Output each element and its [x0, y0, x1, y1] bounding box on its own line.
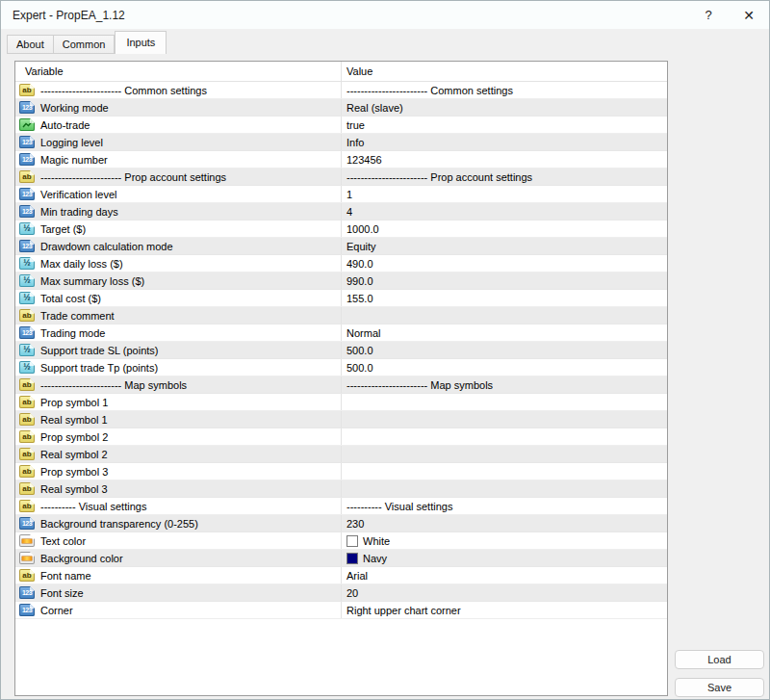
variable-cell: 123 Logging level: [15, 134, 342, 150]
value-cell[interactable]: 4: [342, 203, 667, 220]
table-row[interactable]: 123 Font size 20: [15, 584, 667, 602]
table-row[interactable]: ab Prop symbol 3: [15, 463, 667, 480]
value-cell[interactable]: [342, 307, 667, 324]
variable-name: Target ($): [40, 223, 86, 235]
string-parameter-icon: ab: [19, 413, 35, 426]
variable-name: Magic number: [40, 154, 108, 166]
table-row[interactable]: 123 Working mode Real (slave): [15, 99, 667, 117]
value-cell[interactable]: [342, 446, 667, 462]
variable-name: Corner: [40, 605, 73, 616]
value-cell[interactable]: 1: [342, 186, 667, 202]
string-parameter-icon: ab: [19, 396, 35, 408]
table-row[interactable]: Auto-trade true: [15, 117, 667, 134]
value-cell[interactable]: 500.0: [342, 359, 667, 376]
table-row[interactable]: ab Prop symbol 2: [15, 428, 667, 446]
variable-name: Support trade Tp (points): [40, 362, 158, 374]
string-parameter-icon: ab: [19, 84, 35, 96]
close-button[interactable]: ✕: [729, 1, 769, 29]
integer-parameter-icon: 123: [19, 326, 35, 339]
value-cell[interactable]: [342, 480, 667, 497]
table-row[interactable]: Background color Navy: [15, 550, 667, 567]
value-cell[interactable]: ---------- Visual settings: [342, 498, 667, 514]
double-parameter-icon: ½: [19, 274, 35, 287]
table-row[interactable]: ab ---------- Visual settings ----------…: [15, 498, 667, 515]
table-row[interactable]: ab Real symbol 2: [15, 446, 667, 463]
table-row[interactable]: ab ----------------------- Map symbols -…: [15, 376, 667, 394]
table-row[interactable]: ab Prop symbol 1: [15, 394, 667, 411]
value-cell[interactable]: ----------------------- Common settings: [342, 82, 667, 98]
table-row[interactable]: ½ Max summary loss ($) 990.0: [15, 272, 667, 290]
title-bar: Expert - PropEA_1.12 ? ✕: [1, 1, 769, 29]
variable-name: Font name: [40, 570, 91, 582]
value-cell[interactable]: 500.0: [342, 342, 667, 358]
value-cell[interactable]: Info: [342, 134, 667, 150]
integer-parameter-icon: 123: [19, 604, 35, 616]
value-text: 990.0: [346, 275, 373, 287]
value-cell[interactable]: Right upper chart corner: [342, 602, 667, 618]
table-row[interactable]: 123 Magic number 123456: [15, 151, 667, 169]
value-cell[interactable]: Equity: [342, 238, 667, 254]
table-row[interactable]: 123 Verification level 1: [15, 186, 667, 203]
tab-common[interactable]: Common: [54, 35, 116, 54]
tab-label: Common: [63, 39, 106, 50]
table-row[interactable]: ab ----------------------- Prop account …: [15, 169, 667, 186]
variable-name: Min trading days: [40, 206, 118, 218]
table-row[interactable]: 123 Drawdown calculation mode Equity: [15, 238, 667, 255]
table-row[interactable]: Text color White: [15, 532, 667, 550]
table-row[interactable]: 123 Background transparency (0-255) 230: [15, 515, 667, 532]
value-cell[interactable]: Normal: [342, 324, 667, 341]
table-row[interactable]: ab Real symbol 1: [15, 411, 667, 428]
value-cell[interactable]: Arial: [342, 567, 667, 583]
double-parameter-icon: ½: [19, 257, 35, 270]
table-row[interactable]: 123 Trading mode Normal: [15, 324, 667, 342]
value-cell[interactable]: 1000.0: [342, 220, 667, 237]
value-text: ----------------------- Map symbols: [346, 379, 493, 391]
table-row[interactable]: 123 Corner Right upper chart corner: [15, 602, 667, 619]
load-button[interactable]: Load: [675, 650, 764, 669]
value-cell[interactable]: [342, 463, 667, 480]
help-button[interactable]: ?: [688, 1, 729, 29]
value-cell[interactable]: true: [342, 117, 667, 133]
table-row[interactable]: ½ Support trade SL (points) 500.0: [15, 342, 667, 359]
save-button[interactable]: Save: [675, 678, 764, 697]
value-cell[interactable]: Real (slave): [342, 99, 667, 116]
variable-name: ---------- Visual settings: [40, 501, 146, 512]
table-row[interactable]: ½ Max daily loss ($) 490.0: [15, 255, 667, 272]
value-cell[interactable]: [342, 411, 667, 428]
table-row[interactable]: ab ----------------------- Common settin…: [15, 82, 667, 99]
value-cell[interactable]: 123456: [342, 151, 667, 168]
table-row[interactable]: ab Trade comment: [15, 307, 667, 324]
value-cell[interactable]: ----------------------- Prop account set…: [342, 169, 667, 185]
tab-inputs[interactable]: Inputs: [115, 31, 167, 54]
value-cell[interactable]: 20: [342, 584, 667, 601]
value-text: Info: [346, 137, 364, 148]
value-cell[interactable]: Navy: [342, 550, 667, 566]
tab-about[interactable]: About: [7, 35, 54, 54]
value-cell[interactable]: 230: [342, 515, 667, 531]
string-parameter-icon: ab: [19, 465, 35, 478]
table-row[interactable]: ab Real symbol 3: [15, 480, 667, 498]
variable-cell: ½ Target ($): [15, 220, 342, 237]
value-cell[interactable]: [342, 394, 667, 410]
table-row[interactable]: ab Font name Arial: [15, 567, 667, 584]
double-parameter-icon: ½: [19, 222, 35, 235]
table-row[interactable]: ½ Support trade Tp (points) 500.0: [15, 359, 667, 376]
tab-label: Inputs: [126, 37, 155, 48]
value-cell[interactable]: ----------------------- Map symbols: [342, 376, 667, 393]
value-cell[interactable]: [342, 428, 667, 445]
variable-name: Max summary loss ($): [40, 275, 144, 287]
value-text: Navy: [363, 553, 387, 564]
value-cell[interactable]: 490.0: [342, 255, 667, 272]
value-cell[interactable]: 990.0: [342, 272, 667, 289]
table-row[interactable]: 123 Min trading days 4: [15, 203, 667, 220]
table-row[interactable]: ½ Total cost ($) 155.0: [15, 290, 667, 307]
variable-name: Trade comment: [40, 310, 115, 322]
table-row[interactable]: 123 Logging level Info: [15, 134, 667, 151]
table-row[interactable]: ½ Target ($) 1000.0: [15, 220, 667, 238]
value-text: Normal: [346, 327, 380, 339]
variable-name: Working mode: [40, 102, 109, 114]
value-cell[interactable]: White: [342, 532, 667, 549]
value-text: ----------------------- Common settings: [346, 85, 513, 96]
value-cell[interactable]: 155.0: [342, 290, 667, 306]
table-body: ab ----------------------- Common settin…: [15, 82, 667, 619]
